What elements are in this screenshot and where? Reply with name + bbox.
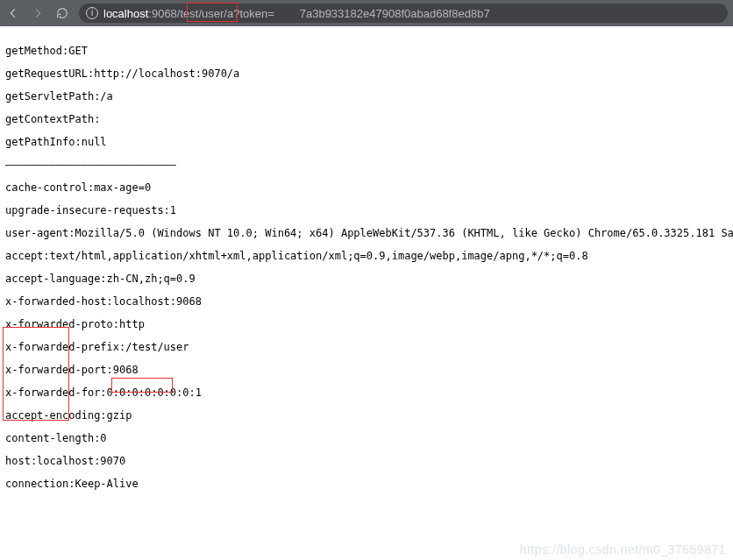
line-content-length: content-length:0: [5, 433, 728, 443]
address-bar[interactable]: i localhost:9068/test/user/a?token=____7…: [79, 4, 728, 23]
line-host: host:localhost:9070: [5, 456, 728, 466]
line-xf-proto: x-forwarded-proto:http: [5, 319, 728, 330]
response-body: getMethod:GET getRequestURL:http://local…: [0, 26, 733, 508]
line-method: getMethod:GET: [5, 46, 728, 56]
line-upgrade-insecure: upgrade-insecure-requests:1: [5, 205, 728, 216]
line-xf-prefix: x-forwarded-prefix:/test/user: [5, 342, 728, 352]
url-host: localhost: [103, 7, 148, 20]
url-path: /test/user/: [177, 7, 227, 20]
reload-button[interactable]: [54, 5, 70, 21]
line-path-info: getPathInfo:null: [5, 137, 728, 147]
line-accept: accept:text/html,application/xhtml+xml,a…: [5, 251, 728, 261]
line-servlet-path: getServletPath:/a: [5, 91, 728, 102]
separator-line: ———————————————————————————: [5, 159, 728, 170]
watermark: https://blog.csdn.net/m0_37659871: [520, 542, 726, 556]
back-button[interactable]: [5, 5, 21, 21]
line-xf-for: x-forwarded-for:0:0:0:0:0:0:0:1: [5, 387, 728, 398]
line-cache-control: cache-control:max-age=0: [5, 182, 728, 193]
line-xf-host: x-forwarded-host:localhost:9068: [5, 296, 728, 307]
line-user-agent: user-agent:Mozilla/5.0 (Windows NT 10.0;…: [5, 228, 728, 238]
url-after-path: a?token=: [227, 7, 274, 20]
browser-toolbar: i localhost:9068/test/user/a?token=____7…: [0, 0, 733, 26]
line-accept-language: accept-language:zh-CN,zh;q=0.9: [5, 273, 728, 284]
site-info-icon[interactable]: i: [86, 7, 98, 19]
forward-button[interactable]: [30, 5, 46, 21]
line-accept-encoding: accept-encoding:gzip: [5, 410, 728, 421]
url-token-tail: 7a3b933182e47908f0abad68f8ed8b7: [300, 7, 490, 20]
line-request-url: getRequestURL:http://localhost:9070/a: [5, 68, 728, 79]
url-port: :9068: [148, 7, 177, 20]
line-connection: connection:Keep-Alive: [5, 478, 728, 489]
line-context-path: getContextPath:: [5, 114, 728, 124]
line-xf-port: x-forwarded-port:9068: [5, 365, 728, 375]
